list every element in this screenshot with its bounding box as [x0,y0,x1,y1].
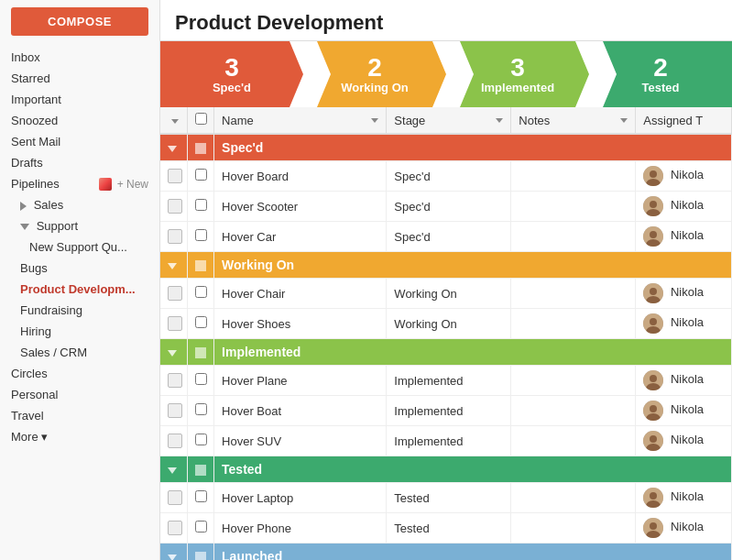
row-check-cell[interactable] [187,161,213,192]
pipeline-stage-specd[interactable]: 3 Spec'd [160,41,303,107]
table-row[interactable]: Hover Chair Working On Nikola [160,279,732,309]
stage-filter-icon[interactable] [496,118,503,123]
row-icon-cell [160,309,187,339]
sidebar-pipelines-section[interactable]: Pipelines + New [0,173,159,194]
row-check-cell[interactable] [187,483,213,513]
pipeline-stage-tested[interactable]: 2 Tested [589,41,732,107]
table-row[interactable]: Hover Phone Tested Nikola [160,513,732,544]
row-check-cell[interactable] [187,309,213,339]
name-filter-icon[interactable] [371,118,378,123]
row-name[interactable]: Hover Plane [214,366,387,396]
sidebar-item-inbox[interactable]: Inbox [0,47,159,68]
svg-point-10 [650,288,657,295]
th-check[interactable] [187,107,213,134]
table-row[interactable]: Hover Car Spec'd Nikola [160,222,732,252]
th-dropdown[interactable] [160,107,187,134]
sidebar-item-sales-crm[interactable]: Sales / CRM [0,342,159,363]
section-arrow-icon[interactable] [168,263,177,269]
compose-button[interactable]: COMPOSE [11,7,148,36]
table-row[interactable]: Hover Boat Implemented Nikola [160,396,732,426]
header-filter-icon[interactable] [171,119,179,124]
table-row[interactable]: Hover SUV Implemented Nikola [160,426,732,456]
row-checkbox[interactable] [195,521,207,533]
sidebar-item-hiring[interactable]: Hiring [0,321,159,342]
th-notes[interactable]: Notes [511,107,636,134]
sidebar-item-circles[interactable]: Circles [0,363,159,384]
section-arrow-cell[interactable] [160,134,187,161]
table-row[interactable]: Hover Laptop Tested Nikola [160,483,732,513]
table-row[interactable]: Hover Board Spec'd Nikola [160,161,732,192]
sidebar-item-product-development[interactable]: Product Developm... [0,279,159,300]
row-checkbox[interactable] [195,373,207,385]
table-row[interactable]: Hover Plane Implemented Nikola [160,366,732,396]
row-check-cell[interactable] [187,192,213,222]
sidebar-item-support[interactable]: Support [0,215,159,236]
section-arrow-icon[interactable] [168,146,177,152]
th-stage[interactable]: Stage [387,107,511,134]
row-stage: Tested [387,513,511,544]
row-check-cell[interactable] [187,222,213,252]
section-arrow-cell[interactable] [160,339,187,366]
row-check-cell[interactable] [187,513,213,544]
row-name[interactable]: Hover Chair [214,279,387,309]
section-arrow-icon[interactable] [168,555,177,560]
row-checkbox[interactable] [195,169,207,181]
row-checkbox[interactable] [195,316,207,328]
row-check-cell[interactable] [187,366,213,396]
row-name[interactable]: Hover Board [214,161,387,192]
row-name[interactable]: Hover Laptop [214,483,387,513]
table-row[interactable]: Hover Shoes Working On Nikola [160,309,732,339]
row-checkbox[interactable] [195,490,207,502]
row-checkbox[interactable] [195,434,207,445]
sidebar-item-fundraising[interactable]: Fundraising [0,300,159,321]
avatar [643,518,663,538]
sidebar-item-important[interactable]: Important [0,89,159,110]
sidebar-item-starred[interactable]: Starred [0,68,159,89]
sidebar-item-personal[interactable]: Personal [0,384,159,405]
plus-new-label[interactable]: + New [117,178,148,191]
row-notes [511,309,636,339]
row-checkbox[interactable] [195,403,207,415]
section-header-tested[interactable]: Tested [160,456,732,483]
row-name[interactable]: Hover Boat [214,396,387,426]
section-arrow-cell[interactable] [160,252,187,279]
row-checkbox[interactable] [195,229,207,241]
row-check-cell[interactable] [187,426,213,456]
th-assigned[interactable]: Assigned T [636,107,732,134]
table-row[interactable]: Hover Scooter Spec'd Nikola [160,192,732,222]
notes-filter-icon[interactable] [620,118,628,123]
sidebar-item-bugs[interactable]: Bugs [0,258,159,279]
section-arrow-cell[interactable] [160,456,187,483]
pipeline-stage-implemented[interactable]: 3 Implemented [446,41,589,107]
row-name[interactable]: Hover Car [214,222,387,252]
sidebar-item-travel[interactable]: Travel [0,405,159,426]
section-arrow-cell[interactable] [160,544,187,561]
section-arrow-icon[interactable] [168,467,177,474]
sidebar-item-sales[interactable]: Sales [0,194,159,215]
sidebar-item-sent-mail[interactable]: Sent Mail [0,131,159,152]
sidebar-item-more[interactable]: More ▾ [0,426,159,447]
row-checkbox[interactable] [195,286,207,298]
section-header-implemented[interactable]: Implemented [160,339,732,366]
th-name[interactable]: Name [214,107,387,134]
row-check-cell[interactable] [187,279,213,309]
row-name[interactable]: Hover SUV [214,426,387,456]
section-square-cell [187,339,213,366]
row-name[interactable]: Hover Shoes [214,309,387,339]
assigned-name: Nikola [671,520,704,533]
sidebar-item-drafts[interactable]: Drafts [0,152,159,173]
select-all-checkbox[interactable] [195,113,207,125]
row-name[interactable]: Hover Phone [214,513,387,544]
sidebar-item-snoozed[interactable]: Snoozed [0,110,159,131]
pipeline-stage-working[interactable]: 2 Working On [303,41,446,107]
row-checkbox[interactable] [195,199,207,211]
sidebar-item-new-support[interactable]: New Support Qu... [0,236,159,258]
avatar [643,431,663,451]
section-header-working[interactable]: Working On [160,252,732,279]
section-header-launched[interactable]: Launched [160,544,732,561]
row-name[interactable]: Hover Scooter [214,192,387,222]
section-header-specd[interactable]: Spec'd [160,134,732,161]
row-check-cell[interactable] [187,396,213,426]
section-arrow-icon[interactable] [168,350,177,357]
assigned-name: Nikola [671,198,704,212]
